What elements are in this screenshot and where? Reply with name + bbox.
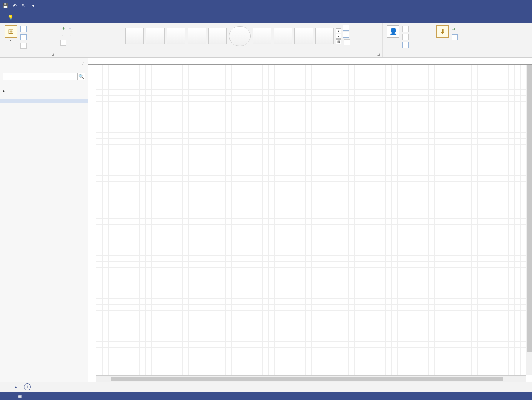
insert-picture-button[interactable]: 👤 — [385, 24, 401, 49]
width-minus-icon[interactable]: － — [358, 32, 362, 38]
layout-button[interactable]: ⊞ ▾ — [2, 24, 19, 50]
title-bar: 💾 ↶ ↻ ▾ — [0, 0, 532, 12]
dialog-launcher-icon[interactable]: ◢ — [377, 53, 381, 56]
spacing-plus-icon[interactable]: ＋ — [62, 25, 66, 31]
search-button[interactable]: 🔍 — [77, 73, 85, 80]
compare-icon — [452, 34, 458, 40]
height-icon — [343, 25, 349, 31]
ruler-horizontal — [96, 58, 532, 65]
synchronize-button[interactable] — [19, 42, 54, 50]
add-page-button[interactable]: + — [24, 383, 31, 390]
page-tabs: ▴ + — [0, 382, 532, 392]
quick-shapes-link[interactable] — [0, 95, 88, 99]
ribbon-group-layout: ⊞ ▾ ◢ — [0, 23, 57, 57]
chevron-right-icon: ▸ — [3, 88, 5, 93]
insert-picture-icon: 👤 — [387, 25, 399, 38]
compare-button[interactable] — [451, 33, 461, 41]
delete-picture-button[interactable] — [401, 33, 411, 41]
search-input[interactable] — [3, 73, 77, 80]
relayout-button[interactable] — [19, 25, 54, 33]
delete-icon — [402, 34, 409, 40]
change-icon — [402, 26, 409, 32]
change-position-type-button[interactable] — [343, 38, 362, 46]
import-button[interactable]: ⬇ — [434, 24, 451, 41]
shape-thumb[interactable] — [274, 28, 292, 44]
showhide-pic-icon — [402, 42, 409, 48]
ribbon-group-shapes: ▴ ▾ ⊟ ＋－ ＋－ ◢ — [121, 23, 383, 57]
shape-thumb[interactable] — [229, 26, 251, 46]
workspace: 〈 🔍 ▸ — [0, 58, 532, 382]
showhide-icon — [60, 40, 66, 46]
shapes-search: 🔍 — [3, 73, 85, 80]
sync-icon — [20, 43, 27, 49]
ribbon-group-orgdata: ⬇ ➜ — [432, 23, 478, 57]
chpos-icon — [344, 39, 350, 45]
height-minus-icon[interactable]: － — [358, 25, 362, 31]
shape-thumb[interactable] — [253, 28, 271, 44]
import-icon: ⬇ — [436, 25, 449, 38]
shapes-pane: 〈 🔍 ▸ — [0, 58, 88, 382]
show-hide-subordinates-button[interactable] — [59, 39, 119, 46]
org-chart-shapes-link[interactable] — [0, 99, 88, 103]
shape-thumb[interactable] — [146, 28, 165, 44]
shape-thumb[interactable] — [125, 28, 144, 44]
width-plus-icon[interactable]: ＋ — [352, 32, 356, 38]
collapse-pane-icon[interactable]: 〈 — [80, 61, 84, 68]
qat-more-icon[interactable]: ▾ — [30, 3, 36, 9]
tell-me[interactable]: 💡 — [4, 15, 20, 20]
shape-thumb[interactable] — [294, 28, 313, 44]
lightbulb-icon: 💡 — [8, 15, 13, 20]
shape-thumb[interactable] — [167, 28, 185, 44]
redo-icon[interactable]: ↻ — [21, 3, 27, 9]
change-picture-button[interactable] — [401, 25, 411, 33]
ribbon-group-picture: 👤 — [383, 23, 432, 57]
spacing-minus-icon[interactable]: － — [68, 25, 72, 31]
canvas-area — [88, 58, 532, 382]
best-fit-button[interactable] — [19, 33, 54, 41]
all-pages-tab[interactable]: ▴ — [15, 384, 17, 390]
scrollbar-vertical[interactable] — [526, 65, 532, 375]
more-shapes-link[interactable]: ▸ — [0, 86, 88, 95]
export-icon: ➜ — [452, 27, 455, 32]
layout-icon: ⊞ — [5, 25, 17, 38]
scrollbar-horizontal[interactable] — [96, 375, 526, 382]
canvas[interactable] — [96, 65, 532, 382]
showhide-picture-button[interactable] — [401, 41, 411, 49]
ribbon: ⊞ ▾ ◢ ＋ － ← → — [0, 23, 532, 58]
shape-thumb[interactable] — [208, 28, 227, 44]
move-right-icon[interactable]: → — [68, 33, 72, 37]
gallery-up-icon[interactable]: ▴ — [336, 28, 341, 33]
save-icon[interactable]: 💾 — [2, 3, 8, 9]
gallery-more-icon[interactable]: ⊟ — [336, 39, 341, 44]
bestfit-icon — [20, 34, 27, 40]
shape-thumb[interactable] — [188, 28, 206, 44]
shape-thumb[interactable] — [315, 28, 334, 44]
undo-icon[interactable]: ↶ — [12, 3, 18, 9]
ribbon-group-arrange: ＋ － ← → — [57, 23, 121, 57]
ruler-corner — [88, 58, 96, 65]
macro-icon[interactable]: ▦ — [18, 393, 22, 398]
relayout-icon — [20, 26, 27, 32]
ruler-vertical — [88, 65, 96, 382]
shapes-gallery: ▴ ▾ ⊟ — [124, 24, 343, 48]
width-icon — [343, 32, 349, 38]
height-plus-icon[interactable]: ＋ — [352, 25, 356, 31]
gallery-down-icon[interactable]: ▾ — [336, 34, 341, 39]
export-button[interactable]: ➜ — [451, 25, 461, 33]
status-bar: ▦ — [0, 392, 532, 400]
move-left-icon[interactable]: ← — [62, 33, 66, 37]
dialog-launcher-icon[interactable]: ◢ — [51, 53, 55, 56]
menu-bar: 💡 — [0, 12, 532, 23]
